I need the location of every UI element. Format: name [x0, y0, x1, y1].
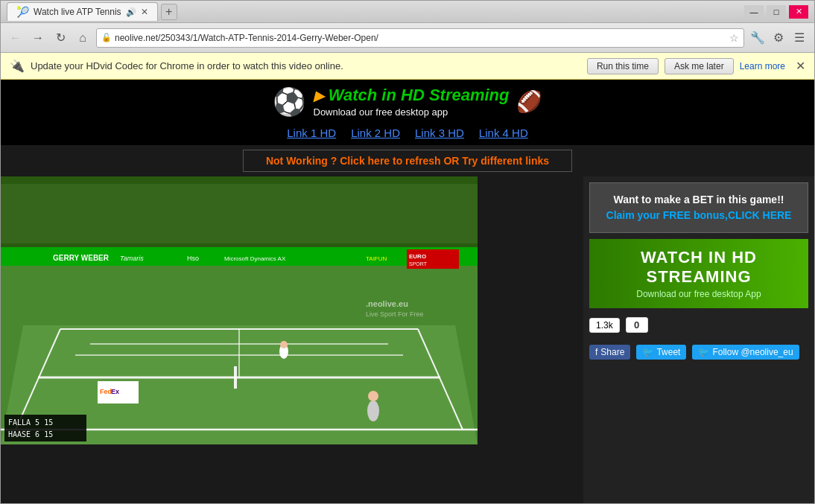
svg-rect-2 [1, 184, 478, 243]
hd-streaming-title: WATCH IN HD STREAMING [598, 248, 799, 287]
title-bar: 🎾 Watch live ATP Tennis 🔊 ✕ + — □ ✕ [1, 1, 814, 23]
ask-me-later-button[interactable]: Ask me later [665, 58, 734, 74]
not-working-bar: Not Working ? Click here to refresh OR T… [1, 145, 814, 176]
window-controls: — □ ✕ [744, 5, 808, 19]
main-area: GERRY WEBER Hso Microsoft Dynamics AX TA… [1, 176, 814, 503]
new-tab-button[interactable]: + [161, 4, 177, 20]
like-count-box: 1.3k [589, 318, 620, 333]
minimize-button[interactable]: — [744, 5, 764, 19]
twitter-follow-icon: 🐦 [698, 347, 709, 357]
svg-text:GERRY WEBER: GERRY WEBER [53, 254, 110, 262]
soccer-ball-icon: ⚽ [273, 86, 306, 118]
banner-title: ▶ Watch in HD Streaming [314, 86, 510, 105]
hd-links-row: Link 1 HD Link 2 HD Link 3 HD Link 4 HD [1, 121, 814, 145]
tab-audio-icon[interactable]: 🔊 [126, 7, 136, 17]
hd-link-3[interactable]: Link 3 HD [415, 127, 464, 139]
tab-title: Watch live ATP Tennis [34, 7, 121, 17]
extensions-button[interactable]: 🔧 [749, 29, 767, 47]
svg-text:Hso: Hso [187, 255, 199, 262]
nav-bar: ← → ↻ ⌂ 🔓 neolive.net/250343/1/Watch-ATP… [1, 23, 814, 53]
svg-text:FALLA    5  15: FALLA 5 15 [8, 418, 53, 427]
menu-button[interactable]: ☰ [790, 29, 808, 47]
svg-text:Fed: Fed [100, 388, 112, 395]
hd-streaming-box[interactable]: WATCH IN HD STREAMING Download our free … [589, 239, 808, 308]
zero-count-box: 0 [626, 317, 648, 333]
notification-text: Update your HDvid Codec for Chrome in or… [31, 60, 581, 71]
run-this-time-button[interactable]: Run this time [587, 58, 659, 74]
tennis-court-video: GERRY WEBER Hso Microsoft Dynamics AX TA… [1, 176, 478, 444]
hd-streaming-sub: Download our free desktop App [598, 289, 799, 299]
close-button[interactable]: ✕ [789, 5, 808, 19]
bet-box[interactable]: Want to make a BET in this game!! Claim … [589, 182, 808, 233]
svg-text:TAIFUN: TAIFUN [366, 255, 387, 262]
notification-bar: 🔌 Update your HDvid Codec for Chrome in … [1, 53, 814, 80]
address-lock-icon: 🔓 [101, 33, 112, 42]
bet-text: Want to make a BET in this game!! [599, 192, 799, 208]
reload-button[interactable]: ↻ [51, 29, 69, 47]
svg-point-27 [280, 341, 288, 348]
maximize-button[interactable]: □ [767, 5, 786, 19]
svg-text:Microsoft Dynamics AX: Microsoft Dynamics AX [224, 255, 286, 262]
address-text: neolive.net/250343/1/Watch-ATP-Tennis-20… [115, 33, 729, 43]
svg-text:SPORT: SPORT [409, 261, 428, 267]
right-sidebar: Want to make a BET in this game!! Claim … [583, 176, 814, 503]
video-area: GERRY WEBER Hso Microsoft Dynamics AX TA… [1, 176, 583, 503]
hd-link-1[interactable]: Link 1 HD [287, 127, 336, 139]
video-container: GERRY WEBER Hso Microsoft Dynamics AX TA… [1, 176, 478, 444]
top-streaming-banner[interactable]: ⚽ ▶ Watch in HD Streaming Download our f… [1, 80, 814, 121]
svg-point-25 [368, 391, 378, 401]
svg-text:EURO: EURO [409, 253, 426, 260]
notification-close-icon[interactable]: ✕ [796, 59, 805, 73]
svg-text:Tamaris: Tamaris [120, 255, 144, 262]
banner-subtitle: Download our free desktop app [314, 106, 448, 118]
notification-plugin-icon: 🔌 [10, 59, 25, 73]
learn-more-link[interactable]: Learn more [740, 61, 785, 71]
svg-text:.neolive.eu: .neolive.eu [366, 299, 408, 308]
twitter-follow-button[interactable]: 🐦 Follow @neolive_eu [692, 345, 799, 360]
back-button[interactable]: ← [7, 29, 25, 47]
forward-button[interactable]: → [29, 29, 47, 47]
football-icon: 🏈 [516, 89, 542, 114]
bookmark-star-icon[interactable]: ☆ [729, 32, 739, 44]
chrome-icon-button[interactable]: ⚙ [770, 29, 787, 47]
svg-point-24 [367, 401, 379, 421]
twitter-tweet-button[interactable]: 🐦 Tweet [636, 345, 686, 360]
not-working-button[interactable]: Not Working ? Click here to refresh OR T… [243, 150, 572, 172]
zero-count: 0 [634, 319, 639, 331]
address-bar[interactable]: 🔓 neolive.net/250343/1/Watch-ATP-Tennis-… [96, 28, 744, 48]
like-count: 1.3k [596, 320, 613, 331]
page-content: ⚽ ▶ Watch in HD Streaming Download our f… [1, 80, 814, 503]
social-row: 1.3k 0 [589, 314, 808, 336]
tab-close-icon[interactable]: ✕ [141, 7, 148, 17]
tab-favicon: 🎾 [16, 6, 29, 18]
social-buttons-row: f Share 🐦 Tweet 🐦 Follow @neolive_eu [589, 342, 808, 363]
nav-end-buttons: 🔧 ⚙ ☰ [749, 29, 808, 47]
svg-text:Ex: Ex [111, 388, 119, 395]
facebook-share-button[interactable]: f Share [589, 345, 630, 360]
browser-tab[interactable]: 🎾 Watch live ATP Tennis 🔊 ✕ [7, 2, 158, 21]
facebook-icon: f [595, 347, 597, 357]
twitter-icon: 🐦 [642, 347, 653, 357]
hd-link-2[interactable]: Link 2 HD [351, 127, 400, 139]
hd-link-4[interactable]: Link 4 HD [479, 127, 528, 139]
svg-text:Live Sport For Free: Live Sport For Free [366, 310, 424, 318]
bet-cta[interactable]: Claim your FREE bonus,CLICK HERE [599, 208, 799, 223]
svg-text:HAASE    6  15: HAASE 6 15 [8, 430, 53, 438]
home-button[interactable]: ⌂ [74, 29, 92, 47]
